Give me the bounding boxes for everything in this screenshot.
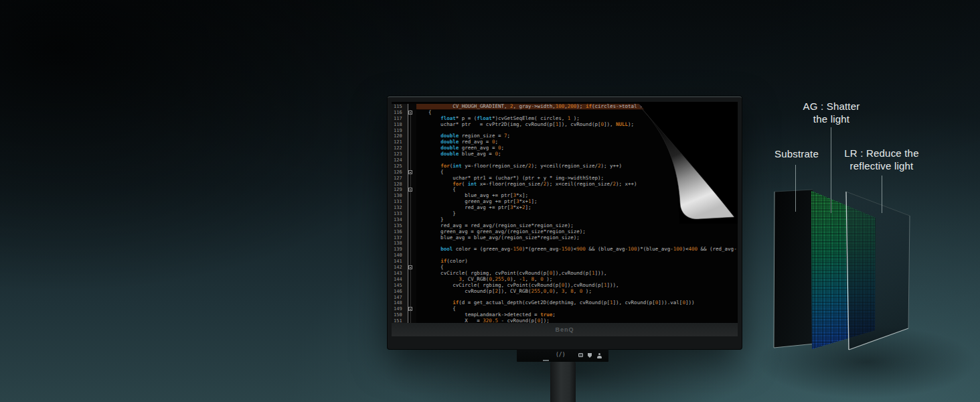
code-line: 139 bool color = (green_avg-150)*(green_… — [392, 247, 738, 253]
fold-column — [408, 253, 416, 259]
pointer-line-substrate — [795, 165, 796, 212]
line-number: 149 — [392, 306, 408, 312]
line-number: 133 — [392, 211, 408, 217]
fold-column — [408, 128, 416, 134]
line-number: 143 — [392, 271, 408, 277]
fold-column — [408, 163, 416, 170]
code-text: green_avg = green_avg/(region_size*regio… — [416, 229, 738, 235]
fold-column — [408, 133, 416, 139]
fold-column — [408, 277, 416, 283]
fold-column — [408, 271, 416, 277]
line-number: 140 — [392, 253, 408, 259]
line-number: 134 — [392, 217, 408, 223]
line-number: 141 — [392, 259, 408, 265]
pointer-line-lr — [882, 176, 882, 213]
code-text: if(d = get_actual_depth(cvGet2D(depthimg… — [416, 300, 738, 306]
fold-box-icon — [408, 111, 412, 115]
line-number: 116 — [392, 110, 408, 116]
substrate-panel — [774, 190, 815, 348]
fold-column — [408, 157, 416, 163]
code-text — [416, 241, 738, 247]
line-number: 130 — [392, 193, 408, 199]
fold-box-icon — [408, 307, 412, 311]
code-line: 150 tempLandmark->detected = true; — [392, 312, 738, 318]
line-number: 125 — [392, 163, 408, 170]
fold-column — [408, 110, 416, 116]
code-line: 144 3, CV_RGB(0,255,0), -1, 8, 0 ); — [392, 277, 738, 283]
fold-column — [408, 217, 416, 223]
fold-column — [408, 283, 416, 289]
line-number: 150 — [392, 312, 408, 318]
fold-box-icon — [408, 265, 412, 269]
fold-column — [408, 312, 416, 318]
fold-column — [408, 139, 416, 145]
fold-column — [408, 145, 416, 151]
label-ag-line2: the light — [774, 113, 888, 125]
fold-column — [408, 104, 416, 110]
code-text: if(color) — [416, 259, 738, 265]
fold-column — [408, 170, 416, 176]
code-text — [416, 295, 738, 301]
code-text: bool color = (green_avg-150)*(green_avg-… — [416, 247, 738, 253]
line-number: 121 — [392, 139, 408, 145]
fold-column — [408, 265, 416, 271]
code-line: 148 if(d = get_actual_depth(cvGet2D(dept… — [392, 300, 738, 306]
fold-column — [408, 223, 416, 229]
line-number: 145 — [392, 283, 408, 289]
fold-column — [408, 193, 416, 199]
monitor: 115 CV_HOUGH_GRADIENT, 2, gray->width,10… — [388, 96, 742, 349]
line-number: 115 — [392, 104, 408, 110]
fold-column — [408, 306, 416, 312]
line-number: 135 — [392, 223, 408, 229]
code-text: tempLandmark->detected = true; — [416, 312, 738, 318]
monitor-screen: 115 CV_HOUGH_GRADIENT, 2, gray->width,10… — [392, 102, 738, 336]
line-number: 118 — [392, 122, 408, 128]
label-lr-line1: LR : Reduce the — [825, 147, 938, 159]
benq-logo: BenQ — [555, 326, 574, 333]
code-text: { — [416, 306, 738, 312]
fold-column — [408, 122, 416, 128]
code-text — [416, 253, 738, 259]
monitor-control-bar: (/) — [517, 349, 608, 362]
line-number: 132 — [392, 205, 408, 211]
fold-column — [408, 211, 416, 217]
fold-column — [408, 151, 416, 157]
shield-icon — [588, 353, 592, 358]
line-number: 136 — [392, 229, 408, 235]
label-lr-layer: LR : Reduce the reflective light — [825, 147, 938, 172]
fold-column — [408, 241, 416, 247]
line-number: 147 — [392, 295, 408, 301]
code-line: 138 — [392, 241, 738, 247]
line-number: 138 — [392, 241, 408, 247]
code-text: cvRound(p[2]), CV_RGB(255,0,0), 3, 8, 0 … — [416, 289, 738, 295]
stand-hinge-highlight — [543, 360, 549, 361]
line-number: 128 — [392, 182, 408, 188]
fold-column — [408, 182, 416, 188]
user-icon — [597, 353, 602, 358]
fold-column — [408, 116, 416, 122]
page-curl-film — [624, 102, 738, 229]
line-number: 126 — [392, 170, 408, 176]
fold-column — [408, 229, 416, 235]
page: { "monitor": { "brand_label": "BenQ", "s… — [0, 0, 980, 402]
code-brackets-icon: (/) — [556, 351, 565, 359]
line-number: 139 — [392, 247, 408, 253]
code-text: cvCircle( rgbimg, cvPoint(cvRound(p[0]),… — [416, 283, 738, 289]
code-line: 141 if(color) — [392, 259, 738, 265]
code-text: blue_avg = blue_avg/(region_size*region_… — [416, 235, 738, 241]
code-text: 3, CV_RGB(0,255,0), -1, 8, 0 ); — [416, 277, 738, 283]
code-line: 143 cvCircle( rgbimg, cvPoint(cvRound(p[… — [392, 271, 738, 277]
fold-box-icon — [408, 188, 412, 192]
monitor-stand — [550, 362, 576, 402]
line-number: 127 — [392, 176, 408, 182]
line-number: 123 — [392, 151, 408, 157]
line-number: 120 — [392, 133, 408, 139]
label-ag-line1: AG : Shatter — [774, 100, 888, 113]
code-line: 137 blue_avg = blue_avg/(region_size*reg… — [392, 235, 738, 241]
fold-column — [408, 300, 416, 306]
fold-column — [408, 176, 416, 182]
label-lr-line2: reflective light — [825, 159, 938, 172]
line-number: 119 — [392, 128, 408, 134]
fold-column — [408, 187, 416, 193]
line-number: 146 — [392, 289, 408, 295]
